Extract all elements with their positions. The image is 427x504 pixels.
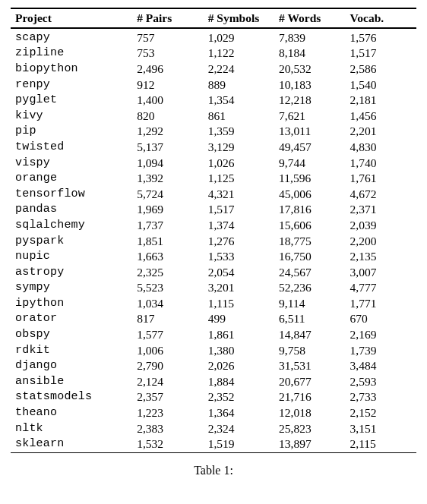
cell-vocab: 2,039 [346,218,416,234]
table-row: biopython2,4962,22420,5322,586 [11,61,416,77]
cell-project: astropy [11,264,132,280]
col-header-words: # Words [274,8,345,28]
cell-pairs: 1,969 [132,202,203,218]
table-row: nupic1,6631,53316,7502,135 [11,249,416,265]
table-row: statsmodels2,3572,35221,7162,733 [11,389,416,405]
cell-vocab: 1,740 [346,155,416,171]
cell-vocab: 4,777 [346,280,416,296]
cell-symbols: 1,364 [204,405,274,421]
cell-vocab: 4,830 [346,140,416,156]
cell-vocab: 2,586 [346,61,416,77]
col-header-vocab: Vocab. [346,8,416,28]
cell-symbols: 2,324 [204,421,274,436]
cell-symbols: 1,374 [204,218,274,234]
cell-project: obspy [11,327,132,343]
cell-words: 15,606 [274,218,345,234]
cell-pairs: 1,034 [132,296,203,312]
cell-words: 16,750 [274,249,345,265]
cell-symbols: 1,519 [204,436,274,452]
cell-words: 49,457 [274,140,345,156]
cell-words: 13,011 [274,124,345,140]
cell-symbols: 3,129 [204,140,274,156]
cell-vocab: 2,593 [346,374,416,390]
table-row: orange1,3921,12511,5961,761 [11,171,416,187]
cell-vocab: 2,135 [346,249,416,265]
cell-pairs: 2,357 [132,389,203,405]
cell-words: 10,183 [274,77,345,93]
col-header-symbols: # Symbols [204,8,274,28]
cell-words: 52,236 [274,280,345,296]
cell-vocab: 670 [346,311,416,327]
table-row: sympy5,5233,20152,2364,777 [11,280,416,296]
cell-project: pandas [11,202,132,218]
cell-pairs: 1,577 [132,327,203,343]
cell-symbols: 2,026 [204,358,274,374]
table-row: orator8174996,511670 [11,311,416,327]
cell-symbols: 1,884 [204,374,274,390]
cell-words: 14,847 [274,327,345,343]
cell-pairs: 2,325 [132,264,203,280]
cell-vocab: 2,200 [346,233,416,249]
table-row: tensorflow5,7244,32145,0064,672 [11,186,416,202]
cell-project: kivy [11,108,132,124]
cell-symbols: 1,861 [204,327,274,343]
table-row: sklearn1,5321,51913,8972,115 [11,436,416,452]
cell-symbols: 1,276 [204,233,274,249]
col-header-project: Project [11,8,132,28]
cell-pairs: 2,383 [132,421,203,436]
cell-pairs: 2,496 [132,61,203,77]
cell-pairs: 1,392 [132,171,203,187]
table-body: scapy7571,0297,8391,576zipline7531,1228,… [11,29,416,453]
cell-project: vispy [11,155,132,171]
cell-project: pyspark [11,233,132,249]
cell-pairs: 2,124 [132,374,203,390]
cell-pairs: 1,223 [132,405,203,421]
cell-pairs: 757 [132,30,203,46]
table-row: pyspark1,8511,27618,7752,200 [11,233,416,249]
table-row: twisted5,1373,12949,4574,830 [11,140,416,156]
cell-project: ipython [11,296,132,312]
table-row: zipline7531,1228,1841,517 [11,46,416,61]
cell-vocab: 2,115 [346,436,416,452]
cell-symbols: 889 [204,77,274,93]
cell-project: rdkit [11,342,132,358]
cell-pairs: 1,663 [132,249,203,265]
table-row: theano1,2231,36412,0182,152 [11,405,416,421]
cell-symbols: 1,125 [204,171,274,187]
table-row: astropy2,3252,05424,5673,007 [11,264,416,280]
cell-vocab: 3,151 [346,421,416,436]
cell-vocab: 2,733 [346,389,416,405]
cell-pairs: 912 [132,77,203,93]
table-row: pip1,2921,35913,0112,201 [11,124,416,140]
cell-project: twisted [11,140,132,156]
cell-vocab: 1,761 [346,171,416,187]
cell-pairs: 1,094 [132,155,203,171]
cell-words: 12,018 [274,405,345,421]
cell-project: pip [11,124,132,140]
cell-pairs: 817 [132,311,203,327]
cell-project: nltk [11,421,132,436]
cell-symbols: 1,533 [204,249,274,265]
cell-vocab: 2,371 [346,202,416,218]
cell-words: 7,621 [274,108,345,124]
col-header-pairs: # Pairs [132,8,203,28]
cell-words: 6,511 [274,311,345,327]
table-row: pandas1,9691,51717,8162,371 [11,202,416,218]
cell-project: sympy [11,280,132,296]
cell-project: orator [11,311,132,327]
cell-project: zipline [11,46,132,61]
cell-symbols: 1,517 [204,202,274,218]
cell-words: 20,532 [274,61,345,77]
cell-pairs: 5,724 [132,186,203,202]
cell-project: django [11,358,132,374]
cell-vocab: 4,672 [346,186,416,202]
cell-project: orange [11,171,132,187]
cell-words: 8,184 [274,46,345,61]
cell-project: ansible [11,374,132,390]
cell-symbols: 1,359 [204,124,274,140]
cell-symbols: 861 [204,108,274,124]
cell-words: 18,775 [274,233,345,249]
cell-vocab: 1,576 [346,30,416,46]
table-row: ansible2,1241,88420,6772,593 [11,374,416,390]
table-row: django2,7902,02631,5313,484 [11,358,416,374]
